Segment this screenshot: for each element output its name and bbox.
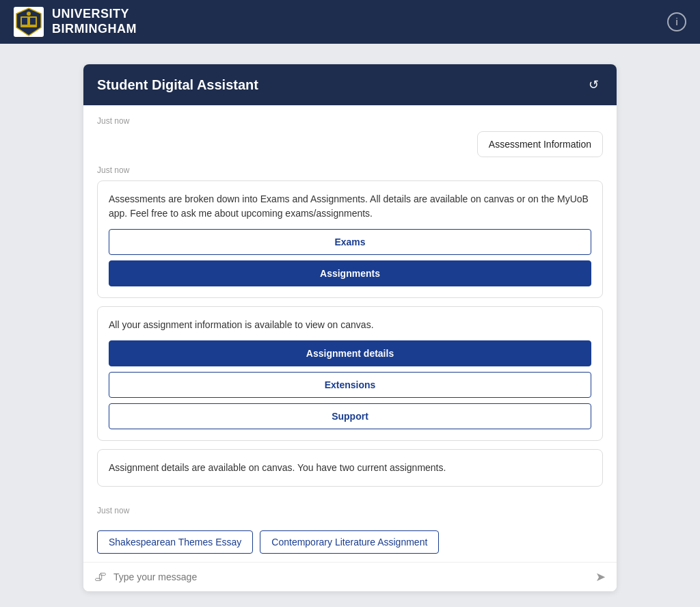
info-icon-button[interactable]: i bbox=[667, 12, 686, 31]
bot-message-block-1: Assessments are broken down into Exams a… bbox=[97, 180, 603, 298]
support-button[interactable]: Support bbox=[109, 403, 591, 429]
refresh-button[interactable]: ↺ bbox=[584, 75, 603, 94]
message-input[interactable] bbox=[113, 571, 589, 582]
send-button[interactable]: ➤ bbox=[595, 569, 606, 584]
svg-point-6 bbox=[27, 12, 31, 16]
chat-input-area: 🖇 ➤ bbox=[83, 562, 617, 591]
main-content: Student Digital Assistant ↺ Just now Ass… bbox=[0, 44, 700, 607]
attach-icon[interactable]: 🖇 bbox=[94, 570, 107, 584]
extensions-button[interactable]: Extensions bbox=[109, 372, 591, 398]
chat-header: Student Digital Assistant ↺ bbox=[83, 64, 617, 105]
bot-message-block-2: All your assignment information is avail… bbox=[97, 306, 603, 441]
header-logo-area: UNIVERSITY BIRMINGHAM bbox=[14, 7, 137, 37]
timestamp-bot: Just now bbox=[97, 165, 603, 175]
assignments-button[interactable]: Assignments bbox=[109, 260, 591, 286]
university-name-text: UNIVERSITY BIRMINGHAM bbox=[52, 7, 137, 36]
bot-text-3: Assignment details are available on canv… bbox=[109, 461, 591, 475]
bot-message-block-3: Assignment details are available on canv… bbox=[97, 449, 603, 487]
app-header: UNIVERSITY BIRMINGHAM i bbox=[0, 0, 700, 44]
timestamp-quick: Just now bbox=[83, 506, 617, 520]
chip-shakespearean[interactable]: Shakespearean Themes Essay bbox=[97, 530, 253, 554]
chat-container: Student Digital Assistant ↺ Just now Ass… bbox=[83, 64, 617, 591]
quick-replies-area: Shakespearean Themes Essay Contemporary … bbox=[83, 525, 617, 562]
svg-rect-3 bbox=[22, 18, 27, 25]
svg-rect-5 bbox=[27, 18, 30, 25]
chat-title: Student Digital Assistant bbox=[97, 77, 258, 93]
chip-contemporary[interactable]: Contemporary Literature Assignment bbox=[260, 530, 439, 554]
timestamp-top: Just now bbox=[97, 116, 603, 126]
svg-rect-4 bbox=[30, 18, 36, 25]
user-message-bubble: Assessment Information bbox=[477, 131, 603, 157]
university-logo bbox=[14, 7, 44, 37]
assignment-details-button[interactable]: Assignment details bbox=[109, 340, 591, 366]
bot-text-2: All your assignment information is avail… bbox=[109, 318, 591, 332]
exams-button[interactable]: Exams bbox=[109, 229, 591, 255]
bot-text-1: Assessments are broken down into Exams a… bbox=[109, 192, 591, 221]
chat-messages: Just now Assessment Information Just now… bbox=[83, 105, 617, 506]
